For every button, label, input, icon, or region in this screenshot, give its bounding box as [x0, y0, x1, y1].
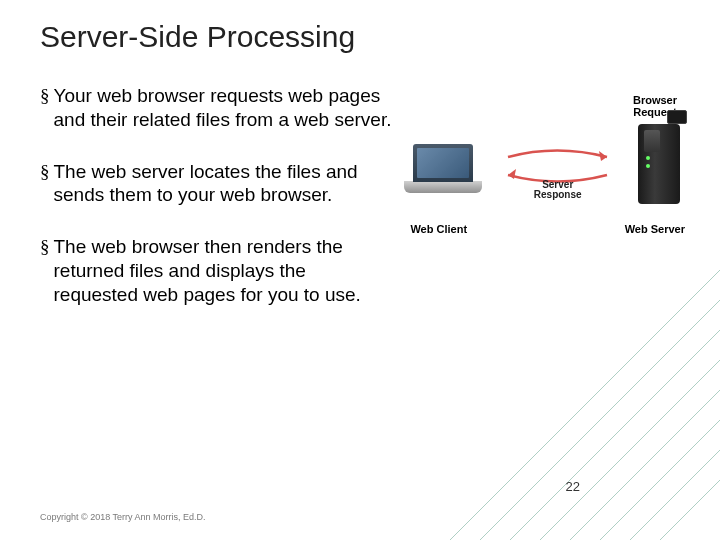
bullet-item: § Your web browser requests web pages an… — [40, 84, 394, 132]
label-web-server: Web Server — [625, 223, 685, 235]
content-area: § Your web browser requests web pages an… — [40, 84, 685, 334]
label-web-client: Web Client — [410, 223, 467, 235]
svg-line-5 — [600, 420, 720, 540]
svg-line-3 — [540, 360, 720, 540]
bullet-list: § Your web browser requests web pages an… — [40, 84, 394, 334]
bullet-item: § The web browser then renders the retur… — [40, 235, 394, 306]
bullet-text: The web browser then renders the returne… — [54, 235, 395, 306]
copyright-text: Copyright © 2018 Terry Ann Morris, Ed.D. — [40, 512, 206, 522]
laptop-icon — [404, 144, 482, 199]
bullet-text: Your web browser requests web pages and … — [54, 84, 395, 132]
slide-title: Server-Side Processing — [40, 20, 685, 54]
page-number: 22 — [566, 479, 580, 494]
svg-line-7 — [660, 480, 720, 540]
bullet-marker-icon: § — [40, 235, 50, 259]
bullet-item: § The web server locates the files and s… — [40, 160, 394, 208]
client-server-diagram: BrowserRequest ServerResponse — [404, 94, 685, 334]
svg-line-6 — [630, 450, 720, 540]
slide: Server-Side Processing § Your web browse… — [0, 0, 720, 540]
bullet-marker-icon: § — [40, 160, 50, 184]
svg-line-4 — [570, 390, 720, 540]
label-server-response: ServerResponse — [534, 180, 582, 201]
svg-line-1 — [480, 300, 720, 540]
bullet-text: The web server locates the files and sen… — [54, 160, 395, 208]
arrows: ServerResponse — [500, 142, 615, 202]
bullet-marker-icon: § — [40, 84, 50, 108]
svg-line-2 — [510, 330, 720, 540]
server-icon — [633, 124, 685, 219]
